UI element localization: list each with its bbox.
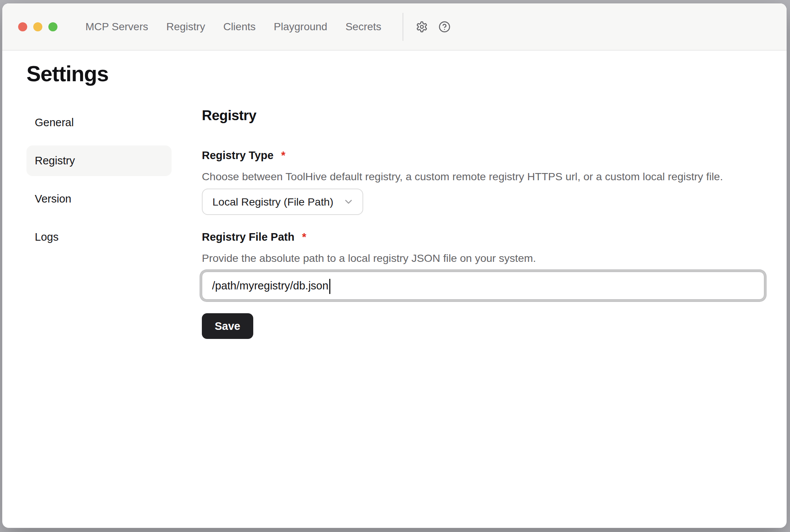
section-title: Registry	[202, 107, 766, 124]
settings-sidebar: General Registry Version Logs	[26, 107, 172, 339]
help-circle-icon[interactable]	[438, 20, 451, 33]
nav-item-mcp-servers[interactable]: MCP Servers	[85, 21, 148, 33]
nav-item-playground[interactable]: Playground	[274, 21, 327, 33]
sidebar-item-registry[interactable]: Registry	[26, 145, 172, 176]
app-window: MCP Servers Registry Clients Playground …	[2, 3, 787, 528]
traffic-lights	[18, 22, 57, 31]
required-asterisk: *	[281, 149, 285, 162]
registry-file-path-label: Registry File Path *	[202, 230, 766, 243]
nav-item-clients[interactable]: Clients	[223, 21, 256, 33]
titlebar: MCP Servers Registry Clients Playground …	[2, 3, 787, 51]
close-button[interactable]	[18, 22, 27, 31]
sidebar-item-logs[interactable]: Logs	[26, 222, 172, 252]
required-asterisk: *	[302, 230, 306, 243]
registry-type-description: Choose between ToolHive default registry…	[202, 170, 766, 183]
top-navigation: MCP Servers Registry Clients Playground …	[85, 21, 381, 33]
registry-file-path-label-text: Registry File Path	[202, 230, 294, 243]
gear-icon[interactable]	[415, 20, 428, 33]
registry-file-path-description: Provide the absolute path to a local reg…	[202, 252, 766, 264]
page-title: Settings	[26, 63, 787, 85]
zoom-button[interactable]	[48, 22, 57, 31]
nav-item-secrets[interactable]: Secrets	[345, 21, 381, 33]
registry-type-label-text: Registry Type	[202, 149, 274, 162]
minimize-button[interactable]	[33, 22, 42, 31]
registry-type-select[interactable]: Local Registry (File Path)	[202, 189, 363, 215]
settings-page: Settings General Registry Version Logs R…	[2, 63, 787, 339]
chevron-down-icon	[343, 196, 354, 207]
registry-file-path-input[interactable]: /path/myregistry/db.json	[202, 272, 764, 300]
registry-file-path-value: /path/myregistry/db.json	[212, 280, 328, 292]
registry-settings-panel: Registry Registry Type * Choose between …	[202, 107, 766, 339]
registry-type-selected-value: Local Registry (File Path)	[212, 196, 333, 208]
text-cursor	[329, 279, 330, 294]
sidebar-item-general[interactable]: General	[26, 107, 172, 138]
sidebar-item-version[interactable]: Version	[26, 184, 172, 214]
nav-item-registry[interactable]: Registry	[166, 21, 205, 33]
titlebar-divider	[403, 13, 403, 41]
registry-type-label: Registry Type *	[202, 149, 766, 162]
save-button[interactable]: Save	[202, 313, 253, 339]
